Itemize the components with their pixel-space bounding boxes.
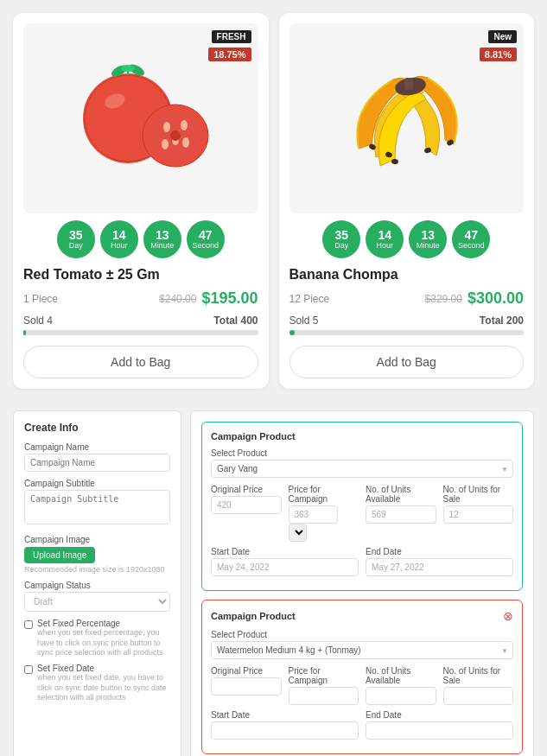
add-to-bag-button-banana[interactable]: Add to Bag [289, 346, 525, 378]
admin-section: Create Info Campaign Name Campaign Subti… [0, 402, 547, 756]
price-row-tomato: 1 Piece $240.00 $195.00 [23, 289, 258, 308]
start-date-col-1: Start Date [211, 547, 359, 576]
units-available-input-2[interactable] [366, 687, 436, 705]
units-sale-input-2[interactable] [443, 687, 514, 705]
original-price-input-2[interactable] [211, 677, 282, 696]
sold-row-tomato: Sold 4 Total 400 [23, 314, 258, 327]
campaign-product-panel-1: Campaign Product Select Product Gary Van… [201, 422, 523, 591]
banana-illustration [333, 45, 480, 192]
svg-point-12 [163, 122, 170, 132]
campaign-name-group: Campaign Name [24, 442, 170, 472]
campaign-panel-title-1: Campaign Product [211, 431, 296, 442]
campaign-image-label: Campaign Image [24, 535, 170, 544]
end-date-col-2: End Date [366, 710, 513, 740]
units-available-col-2: No. of Units Available [366, 666, 436, 705]
campaign-subtitle-group: Campaign Subtitle [24, 479, 170, 528]
progress-fill-banana [289, 330, 296, 335]
campaign-subtitle-input[interactable] [24, 490, 170, 524]
price-fields-row-2: Original Price Price for Campaign No. of… [211, 666, 513, 705]
campaign-image-group: Campaign Image Upload Image Recommended … [24, 535, 170, 574]
fixed-date-hint: when you set fixed date, you have to cli… [37, 673, 170, 703]
campaign-products-panel: Campaign Product Select Product Gary Van… [190, 410, 534, 756]
campaign-status-label: Campaign Status [24, 581, 170, 590]
product-image-wrapper-tomato: FRESH 18.75% [23, 23, 258, 213]
campaign-name-label: Campaign Name [24, 442, 170, 452]
campaign-panel-title-2: Campaign Product [211, 611, 296, 621]
select-product-label-1: Select Product [211, 448, 513, 458]
svg-point-15 [162, 139, 169, 149]
campaign-status-select[interactable]: Draft [24, 592, 170, 612]
start-date-label-2: Start Date [211, 710, 359, 720]
badge-new: New [488, 30, 517, 43]
product-image-wrapper-banana: New 8.81% [289, 23, 525, 213]
countdown-minute-tomato: 13 Minute [143, 220, 181, 258]
svg-rect-19 [404, 78, 413, 90]
badge-discount-tomato: 18.75% [208, 48, 251, 61]
fixed-date-checkbox[interactable] [24, 665, 33, 674]
select-product-select-1[interactable]: Gary Vang [211, 460, 513, 478]
countdown-banana: 35 Day 14 Hour 13 Minute 47 Second [289, 220, 525, 258]
units-available-col-1: No. of Units Available [366, 485, 436, 542]
price-unit-select-1[interactable]: % [289, 524, 307, 542]
total-count-tomato: Total 400 [213, 314, 258, 327]
img-hint: Recommended image size is 1920x1080 [24, 565, 170, 574]
units-sale-col-1: No. of Units for Sale [443, 485, 514, 542]
original-price-label-1: Original Price [211, 485, 282, 494]
countdown-second-banana: 47 Second [452, 220, 490, 258]
campaign-status-group: Campaign Status Draft [24, 581, 170, 612]
fixed-date-label: Set Fixed Date [37, 664, 170, 673]
price-campaign-input-2[interactable] [289, 687, 359, 705]
badge-discount-banana: 8.81% [480, 48, 517, 61]
upload-image-button[interactable]: Upload Image [24, 547, 95, 563]
fixed-date-row: Set Fixed Date when you set fixed date, … [24, 664, 170, 703]
end-date-label-1: End Date [366, 547, 513, 556]
countdown-tomato: 35 Day 14 Hour 13 Minute 47 Second [23, 220, 258, 258]
campaign-name-input[interactable] [24, 454, 170, 472]
units-sale-label-2: No. of Units for Sale [443, 666, 514, 685]
original-price-input-1[interactable] [211, 496, 282, 514]
fixed-percentage-row: Set Fixed Percentage when you set fixed … [24, 619, 170, 658]
start-date-col-2: Start Date [211, 710, 359, 740]
price-campaign-label-1: Price for Campaign [289, 485, 359, 504]
campaign-panel-header-1: Campaign Product [211, 431, 513, 442]
countdown-hour-tomato: 14 Hour [100, 220, 138, 258]
countdown-minute-banana: 13 Minute [409, 220, 447, 258]
sold-count-banana: Sold 5 [289, 314, 319, 327]
tomato-illustration [72, 49, 210, 187]
units-sale-input-1[interactable] [443, 505, 514, 524]
product-name-banana: Banana Chompa [289, 267, 525, 283]
price-campaign-input-1[interactable] [289, 505, 338, 524]
progress-fill-tomato [23, 330, 26, 335]
sold-row-banana: Sold 5 Total 200 [289, 314, 525, 327]
unit-label-banana: 12 Piece [289, 293, 420, 305]
start-date-label-1: Start Date [211, 547, 359, 556]
select-product-select-2[interactable]: Watermelon Medium 4 kg + (Tonmay) [211, 641, 513, 659]
price-row-banana: 12 Piece $329.00 $300.00 [289, 289, 525, 308]
start-date-input-1[interactable] [211, 558, 359, 576]
price-campaign-col-1: Price for Campaign % [289, 485, 359, 542]
end-date-label-2: End Date [366, 710, 513, 720]
campaign-product-panel-2: Campaign Product ⊗ Select Product Waterm… [201, 600, 523, 754]
price-campaign-col-2: Price for Campaign [289, 666, 359, 705]
fixed-percentage-label: Set Fixed Percentage [37, 619, 170, 628]
sale-price-banana: $300.00 [467, 289, 524, 308]
add-to-bag-button-tomato[interactable]: Add to Bag [23, 346, 258, 378]
progress-bar-tomato [23, 330, 258, 335]
end-date-col-1: End Date [366, 547, 513, 576]
end-date-input-1[interactable] [366, 558, 513, 576]
product-card-banana: New 8.81% [279, 13, 535, 389]
svg-point-17 [170, 130, 181, 141]
end-date-input-2[interactable] [366, 721, 513, 740]
units-available-label-1: No. of Units Available [366, 485, 436, 504]
units-available-input-1[interactable] [366, 505, 436, 524]
units-sale-label-1: No. of Units for Sale [443, 485, 514, 504]
fixed-percentage-checkbox[interactable] [24, 620, 33, 629]
select-product-label-2: Select Product [211, 630, 513, 639]
close-icon[interactable]: ⊗ [503, 609, 513, 623]
svg-point-13 [181, 120, 188, 130]
price-fields-row-1: Original Price Price for Campaign % No. … [211, 485, 513, 542]
svg-point-16 [182, 137, 189, 148]
start-date-input-2[interactable] [211, 721, 359, 740]
date-fields-row-2: Start Date End Date [211, 710, 513, 740]
fixed-percentage-hint: when you set fixed percentage, you have … [37, 628, 170, 658]
